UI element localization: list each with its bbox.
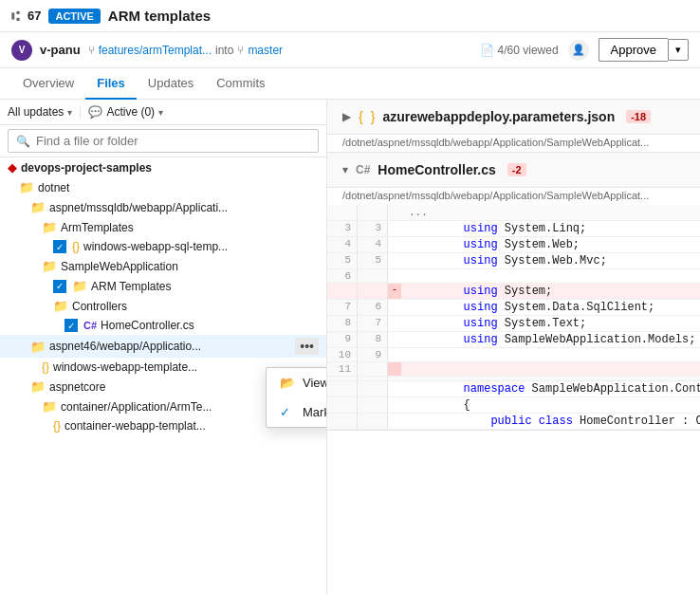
tree-item-label: aspnet46/webapp/Applicatio... — [49, 340, 201, 353]
diff-row: 8 7 using System.Text; — [327, 316, 700, 332]
pr-icon: ⑆ — [11, 8, 20, 24]
cs-lang-label: C# — [356, 163, 370, 176]
folder-icon: 📁 — [30, 200, 46, 214]
tab-commits[interactable]: Commits — [205, 68, 276, 100]
reviewer-icon[interactable]: 👤 — [568, 40, 589, 61]
context-menu: 📂 View in file explorer ✓ Mark as review… — [266, 367, 326, 428]
context-menu-trigger[interactable]: ••• — [295, 338, 319, 355]
file-reviewed-checkbox[interactable]: ✓ — [53, 280, 66, 293]
search-input[interactable] — [36, 134, 310, 148]
approve-button[interactable]: Approve — [599, 38, 668, 62]
file-path-json: /dotnet/aspnet/mssqldb/webapp/Applicatio… — [327, 135, 700, 152]
line-content-removed: using System; — [401, 284, 700, 299]
search-icon: 🔍 — [16, 135, 30, 148]
list-item[interactable]: ✓ C# HomeController.cs — [0, 316, 326, 335]
line-marker — [388, 205, 401, 220]
list-item[interactable]: 📁 Controllers — [0, 296, 326, 316]
list-item[interactable]: 📁 aspnet/mssqldb/webapp/Applicati... — [0, 197, 326, 217]
line-num-new — [358, 381, 388, 397]
tab-overview[interactable]: Overview — [11, 68, 85, 100]
line-num-old — [327, 414, 358, 429]
tree-item-label: Controllers — [72, 300, 127, 313]
folder-icon: 📁 — [72, 279, 87, 293]
list-item[interactable]: 📁 ArmTemplates — [0, 217, 326, 237]
approve-button-group: Approve ▾ — [599, 38, 689, 62]
all-updates-filter[interactable]: All updates ▾ — [8, 105, 72, 119]
line-content: using System.Linq; — [401, 221, 700, 236]
diff-row: public class HomeController : Co... — [327, 414, 700, 430]
line-num-old — [327, 381, 358, 397]
line-marker — [388, 221, 401, 236]
branch-icon2: ⑂ — [237, 44, 244, 57]
diff-row: 3 3 using System.Linq; — [327, 221, 700, 237]
main-content: All updates ▾ 💬 Active (0) ▾ 🔍 ◆ devops-… — [0, 100, 700, 595]
tree-item-label: windows-webapp-template... — [53, 360, 197, 374]
right-panel: ▶ { } azurewebappdeploy.parameters.json … — [327, 100, 700, 595]
diff-row-removed: - using System; — [327, 284, 700, 300]
nav-tabs: Overview Files Updates Commits — [0, 68, 700, 100]
sub-header: V v-panu ⑂ features/armTemplat... into ⑂… — [0, 32, 700, 68]
line-marker — [388, 362, 401, 376]
collapse-icon: ▶ — [342, 110, 351, 123]
line-content: public class HomeController : Co... — [401, 414, 700, 429]
branch-icon: ⑂ — [88, 44, 95, 57]
line-num-new: 4 — [358, 237, 388, 252]
file-header-cs[interactable]: ▾ C# HomeController.cs -2 — [327, 153, 700, 188]
folder-icon: 📁 — [30, 379, 46, 394]
tree-item-label: aspnet/mssqldb/webapp/Applicati... — [49, 201, 228, 214]
tree-root-item[interactable]: ◆ devops-project-samples — [0, 157, 326, 177]
diff-row: 9 8 using SampleWebApplication.Models; — [327, 332, 700, 348]
line-num-old: 6 — [327, 269, 358, 283]
line-content-sep — [401, 377, 700, 380]
diff-row: 7 6 using System.Data.SqlClient; — [327, 300, 700, 316]
diff-content: ... 3 3 using System.Linq; 4 4 using Sys… — [327, 205, 700, 430]
line-marker — [388, 381, 401, 397]
file-header-json[interactable]: ▶ { } azurewebappdeploy.parameters.json … — [327, 100, 700, 135]
diff-row: 11 — [327, 362, 700, 377]
line-marker — [388, 397, 401, 413]
file-reviewed-checkbox[interactable]: ✓ — [64, 319, 78, 332]
line-marker-removed: - — [388, 284, 401, 299]
line-marker — [388, 316, 401, 331]
brace-icon: {} — [53, 419, 61, 433]
file-reviewed-checkbox[interactable]: ✓ — [53, 240, 66, 253]
left-panel: All updates ▾ 💬 Active (0) ▾ 🔍 ◆ devops-… — [0, 100, 327, 595]
line-marker — [388, 377, 401, 380]
approve-dropdown-button[interactable]: ▾ — [668, 39, 689, 61]
tree-item-label: ARM Templates — [91, 280, 171, 293]
diff-row: 4 4 using System.Web; — [327, 237, 700, 253]
filter-bar: All updates ▾ 💬 Active (0) ▾ — [0, 100, 326, 125]
active-filter[interactable]: 💬 Active (0) ▾ — [80, 105, 163, 119]
line-marker — [388, 253, 401, 268]
context-menu-item-reviewed[interactable]: ✓ Mark as reviewed — [267, 397, 326, 427]
tab-updates[interactable]: Updates — [137, 68, 205, 100]
all-updates-label: All updates — [8, 105, 64, 119]
chevron-down-icon2: ▾ — [158, 107, 163, 118]
line-num-new: 9 — [358, 348, 388, 361]
line-num-new — [358, 269, 388, 283]
list-item[interactable]: 📁 dotnet — [0, 177, 326, 197]
line-content — [401, 269, 700, 283]
file-icon: 📄 — [480, 44, 494, 57]
context-menu-item-explorer[interactable]: 📂 View in file explorer — [267, 368, 326, 397]
file-name-json: azurewebappdeploy.parameters.json — [382, 109, 615, 124]
tree-item-label: SampleWebApplication — [61, 260, 178, 273]
line-num-old: 4 — [327, 237, 358, 252]
line-num-old: 8 — [327, 316, 358, 331]
list-item[interactable]: 📁 aspnet46/webapp/Applicatio... ••• 📂 Vi… — [0, 335, 326, 358]
folder-icon: 📁 — [19, 180, 34, 194]
list-item[interactable]: 📁 SampleWebApplication — [0, 256, 326, 276]
list-item[interactable]: ✓ 📁 ARM Templates — [0, 276, 326, 296]
line-content-dots: ... — [401, 205, 700, 220]
line-num-old — [327, 284, 358, 299]
diff-row: namespace SampleWebApplication.Contro... — [327, 381, 700, 397]
tab-files[interactable]: Files — [85, 68, 137, 100]
file-name-cs: HomeController.cs — [378, 162, 495, 177]
file-section-cs: ▾ C# HomeController.cs -2 /dotnet/aspnet… — [327, 153, 700, 431]
list-item[interactable]: ✓ {} windows-webapp-sql-temp... — [0, 237, 326, 256]
diff-badge-cs: -2 — [507, 163, 526, 176]
line-num-new: 7 — [358, 316, 388, 331]
diff-row: { — [327, 397, 700, 414]
line-num-old: 11 — [327, 362, 358, 376]
line-content: using System.Web; — [401, 237, 700, 252]
